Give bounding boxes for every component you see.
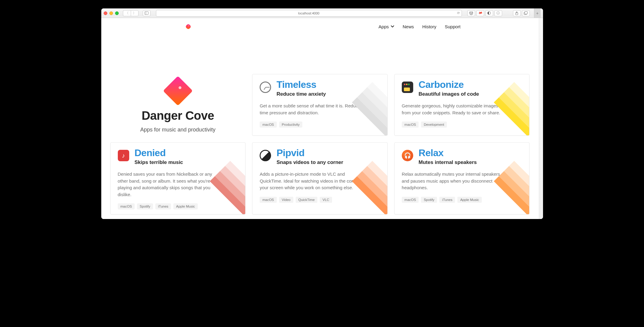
reader-button[interactable] <box>485 10 493 16</box>
tag[interactable]: Video <box>279 197 293 203</box>
tag[interactable]: iTunes <box>155 203 171 209</box>
card-pipvid[interactable]: Pipvid Snaps videos to any corner Adds a… <box>252 142 388 214</box>
card-subtitle: Mutes internal speakers <box>419 159 477 165</box>
nav-apps-label: Apps <box>379 24 389 29</box>
tag[interactable]: iTunes <box>439 197 455 203</box>
hero-title: Danger Cove <box>142 109 214 122</box>
back-button[interactable]: 〈 <box>123 10 131 16</box>
pin-button[interactable]: 📌 <box>476 10 484 16</box>
logo-small[interactable] <box>185 23 191 29</box>
window-minimize-button[interactable] <box>109 11 113 15</box>
card-title: Pipvid <box>276 148 343 158</box>
card-subtitle: Snaps videos to any corner <box>276 159 343 165</box>
site-header: Apps News History Support <box>108 18 532 35</box>
privacy-button[interactable]: ⓘ <box>494 10 502 16</box>
tabs-button[interactable] <box>522 10 530 16</box>
sidebar-icon <box>145 11 148 15</box>
page: Apps News History Support Danger Cove <box>101 18 539 219</box>
diamond-logo-icon <box>185 23 191 29</box>
tag[interactable]: QuickTime <box>296 197 318 203</box>
forward-button[interactable]: 〉 <box>131 10 139 16</box>
tag[interactable]: Development <box>421 122 447 128</box>
privacy-icon: ⓘ <box>496 11 500 15</box>
headphones-icon <box>402 150 413 161</box>
card-title: Relax <box>419 148 477 158</box>
viewport: Apps News History Support Danger Cove <box>101 18 543 219</box>
share-button[interactable] <box>513 10 521 16</box>
card-tags: macOSProductivity <box>260 122 380 128</box>
tag[interactable]: VLC <box>320 197 332 203</box>
nav-support[interactable]: Support <box>445 24 461 29</box>
card-subtitle: Reduce time anxiety <box>276 91 326 97</box>
card-tags: macOSDevelopment <box>402 122 522 128</box>
card-subtitle: Skips terrible music <box>135 159 183 165</box>
window-zoom-button[interactable] <box>115 11 119 15</box>
tabs-icon <box>524 11 528 15</box>
logo-large <box>164 77 192 105</box>
nav-news-label: News <box>403 24 414 29</box>
nav-support-label: Support <box>445 24 461 29</box>
music-block-icon <box>118 150 129 161</box>
browser-chrome: 〈 〉 localhost:4000 ⟳ 📌 ⓘ + <box>101 8 543 18</box>
pin-icon: 📌 <box>477 10 483 16</box>
tag[interactable]: macOS <box>118 203 135 209</box>
traffic-lights <box>104 11 119 15</box>
card-denied[interactable]: Denied Skips terrible music Denied saves… <box>110 142 246 214</box>
clock-icon <box>260 82 271 93</box>
tag[interactable]: Spotify <box>137 203 153 209</box>
nav-apps[interactable]: Apps <box>379 24 394 29</box>
nav-history[interactable]: History <box>422 24 436 29</box>
svg-rect-4 <box>525 12 527 14</box>
new-tab-button[interactable]: + <box>534 8 541 18</box>
card-relax[interactable]: Relax Mutes internal speakers Relax auto… <box>394 142 530 214</box>
code-window-icon <box>402 82 413 93</box>
hero: Danger Cove Apps for music and productiv… <box>110 74 246 136</box>
tag[interactable]: Spotify <box>421 197 437 203</box>
card-timeless[interactable]: Timeless Reduce time anxiety Get a more … <box>252 74 388 136</box>
tag[interactable]: macOS <box>402 197 419 203</box>
site-nav: Apps News History Support <box>379 24 461 29</box>
hero-tagline: Apps for music and productivity <box>140 127 215 133</box>
pocket-button[interactable] <box>467 10 475 16</box>
tag[interactable]: Productivity <box>279 122 302 128</box>
card-description: Relax automatically mutes your internal … <box>402 171 508 191</box>
tag[interactable]: macOS <box>402 122 419 128</box>
card-title: Denied <box>135 148 183 158</box>
nav-buttons: 〈 〉 <box>123 10 139 16</box>
sidebar-toggle-button[interactable] <box>143 10 151 16</box>
card-carbonize[interactable]: Carbonize Beautiful images of code Gener… <box>394 74 530 136</box>
svg-rect-0 <box>145 12 148 15</box>
card-description: Adds a picture-in-picture mode to VLC an… <box>260 171 366 191</box>
url-bar[interactable]: localhost:4000 ⟳ <box>156 10 462 17</box>
half-circle-icon <box>487 11 491 15</box>
tag[interactable]: Apple Music <box>173 203 198 209</box>
pip-icon <box>260 150 271 161</box>
diamond-logo-icon <box>163 76 193 106</box>
card-description: Denied saves your ears from Nickelback o… <box>118 171 224 198</box>
share-icon <box>515 11 518 15</box>
tag[interactable]: Apple Music <box>457 197 482 203</box>
app-grid: Danger Cove Apps for music and productiv… <box>110 74 530 214</box>
card-title: Carbonize <box>419 80 479 89</box>
browser-window: 〈 〉 localhost:4000 ⟳ 📌 ⓘ + <box>101 8 543 219</box>
card-subtitle: Beautiful images of code <box>419 91 479 97</box>
card-title: Timeless <box>276 80 326 89</box>
tag[interactable]: macOS <box>260 197 276 203</box>
card-tags: macOSVideoQuickTimeVLC <box>260 197 380 203</box>
card-description: Get a more subtle sense of what time it … <box>260 103 366 116</box>
pocket-icon <box>469 11 473 15</box>
nav-history-label: History <box>422 24 436 29</box>
chevron-down-icon <box>391 25 394 28</box>
window-close-button[interactable] <box>104 11 107 15</box>
card-tags: macOSSpotifyiTunesApple Music <box>118 203 238 209</box>
toolbar-far-right <box>513 10 530 16</box>
card-description: Generate gorgeous, highly customizable i… <box>402 103 508 116</box>
tag[interactable]: macOS <box>260 122 276 128</box>
reload-icon[interactable]: ⟳ <box>457 11 460 15</box>
nav-news[interactable]: News <box>403 24 414 29</box>
toolbar-right: 📌 ⓘ <box>467 10 502 16</box>
card-tags: macOSSpotifyiTunesApple Music <box>402 197 522 203</box>
scrollbar[interactable] <box>539 18 543 219</box>
url-text: localhost:4000 <box>298 11 319 15</box>
